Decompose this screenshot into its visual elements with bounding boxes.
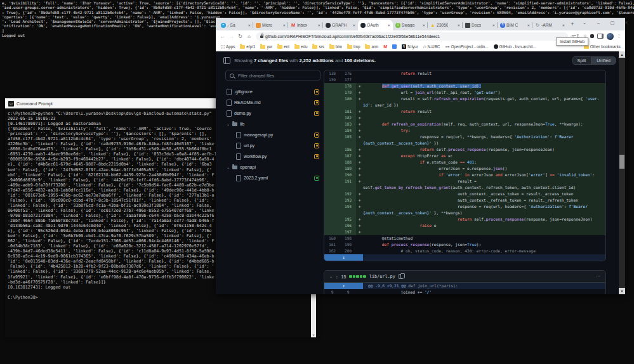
bookmark-item[interactable]: yur	[260, 44, 272, 49]
file-tree-item[interactable]: ⌄openapi	[225, 162, 320, 172]
bookmark-item[interactable]: edu	[294, 44, 308, 49]
diff-row: 180+ result = self.refresh_on_expiration…	[324, 96, 605, 108]
file-tree-item[interactable]: README.md	[225, 97, 320, 108]
browser-tab[interactable]: ▸♪Sa✕	[218, 20, 253, 30]
modified-badge-icon	[314, 154, 319, 159]
bookmark-item[interactable]	[392, 44, 397, 49]
chevron-down-icon[interactable]: ⌄	[227, 166, 230, 169]
file-tree-item[interactable]: managerapi.py	[225, 129, 320, 140]
expand-all-icon[interactable]: ↕	[336, 275, 338, 279]
home-icon: ⌂	[423, 44, 426, 49]
browser-tab[interactable]: GRAPH✕	[323, 20, 358, 30]
file-name[interactable]: lib/url.py	[369, 274, 395, 279]
github-favicon	[326, 23, 331, 28]
file-tree-toggle-icon[interactable]	[223, 57, 230, 64]
side-panel-icon[interactable]	[597, 34, 604, 39]
unified-view-button[interactable]: Unified	[591, 57, 616, 64]
bookmark-item[interactable]: ⌂N-UBC	[423, 44, 440, 49]
code-line: auth_context._refresh_token = result._re…	[363, 197, 605, 204]
tab-title: -ARM	[541, 23, 552, 27]
diff-row: 192+ auth_context._access_token = result…	[324, 191, 605, 197]
bookmark-item[interactable]: ⊶OpenProject - onlin...	[445, 44, 488, 49]
code-line: # ok, status_code, reason, 430: error-co…	[363, 248, 605, 254]
bookmark-item[interactable]: GitHub - bvn-archit...	[494, 44, 536, 49]
bookmark-item[interactable]: e/p/1	[240, 44, 255, 49]
copy-path-icon[interactable]	[399, 274, 403, 279]
tab-close-icon[interactable]: ✕	[492, 23, 495, 27]
file-tree-item[interactable]: ⌄lib	[225, 119, 320, 129]
diff-row: 182+	[324, 115, 605, 121]
browser-tab[interactable]: Micro✕	[253, 20, 288, 30]
browser-tab[interactable]: ▲23050✕	[428, 20, 463, 30]
scroll-down-icon[interactable]: ∨	[311, 333, 316, 337]
expand-diff-button[interactable]: ↓	[324, 254, 363, 261]
diff-row: ↕@@ -9,6 +9,21 @@ def join_url(*parts):	[324, 283, 605, 289]
bookmark-item[interactable]: M	[383, 44, 387, 49]
bookmark-item[interactable]: bim	[329, 44, 342, 49]
file-filter[interactable]	[225, 70, 320, 81]
browser-menu-icon[interactable]: ⋮	[617, 34, 621, 39]
profile-avatar[interactable]	[607, 33, 614, 40]
tab-close-icon[interactable]: ✕	[457, 23, 460, 27]
diff-row: 160198 @staticmethod	[324, 235, 605, 242]
file-tree-item[interactable]: 2023.2.yaml	[225, 172, 320, 183]
scroll-up-icon[interactable]: ▲	[619, 51, 625, 58]
install-app-button[interactable]	[571, 36, 573, 37]
tab-close-icon[interactable]: ✕	[387, 23, 390, 27]
tab-close-icon[interactable]: ✕	[352, 23, 355, 27]
extension-icon[interactable]	[590, 34, 594, 38]
address-bar[interactable]: github.com/GRAPHISOFT/bimcloud-api/commi…	[256, 32, 568, 41]
bookmark-item[interactable]: tmp	[347, 44, 360, 49]
new-tab-button[interactable]: +	[567, 21, 578, 27]
tab-close-icon[interactable]: ✕	[317, 23, 320, 27]
scrollbar-thumb[interactable]	[619, 155, 624, 169]
file-tree-item[interactable]: workflow.py	[225, 151, 320, 162]
home-button[interactable]: ⌂	[245, 34, 253, 39]
file-icon	[227, 89, 232, 95]
expand-diff-button[interactable]: ↕	[324, 283, 363, 289]
bookmark-item[interactable]: srs	[312, 44, 324, 49]
browser-tab[interactable]: BBIM C✕	[498, 20, 532, 30]
code-line: raise e	[363, 223, 605, 229]
drive-favicon: ▲	[430, 23, 435, 28]
split-view-button[interactable]: Split	[572, 57, 591, 64]
code-line: return result	[363, 108, 605, 115]
diff-row: 181+ return result	[324, 108, 605, 115]
bookmark-item[interactable]: NN.lyur	[402, 44, 418, 49]
scroll-down-icon[interactable]: ▼	[619, 288, 625, 294]
tab-audio-icon[interactable]: ♪	[227, 23, 229, 27]
file-filter-input[interactable]	[237, 73, 316, 79]
forward-button[interactable]: →	[227, 34, 235, 39]
browser-tab[interactable]: ↻-ARM✕	[532, 20, 567, 30]
file-tree-item[interactable]: .gitignore	[225, 86, 320, 97]
minimize-button[interactable]: –	[591, 18, 605, 28]
browser-tab[interactable]: MInbox✕	[288, 20, 323, 30]
file-tree: .gitignoreREADME.mddemo.py⌄libmanagerapi…	[225, 86, 320, 183]
bookmark-item[interactable]: ent	[277, 44, 289, 49]
browser-tab[interactable]: {}Swagg✕	[393, 20, 428, 30]
file-tree-item[interactable]: url.py	[225, 140, 320, 151]
bookmark-item[interactable]: Apps	[220, 44, 235, 49]
chevron-down-icon[interactable]: ⌄	[227, 122, 230, 126]
tab-close-icon[interactable]: ✕	[282, 23, 286, 27]
file-menu-icon[interactable]: ⋯	[596, 274, 600, 279]
other-bookmarks[interactable]: Other bookmarks	[584, 44, 621, 49]
file-tree-item[interactable]: demo.py	[225, 108, 320, 119]
reload-button[interactable]: ↻	[236, 34, 244, 39]
close-button[interactable]: ✕	[619, 18, 633, 28]
tab-search-icon[interactable]: ⌄	[578, 18, 591, 28]
diff-sign: +	[356, 89, 363, 96]
tab-close-icon[interactable]: ✕	[248, 23, 251, 27]
lock-icon[interactable]	[260, 36, 263, 38]
tab-close-icon[interactable]: ✕	[422, 23, 425, 27]
browser-tab[interactable]: OAuth✕	[358, 20, 393, 30]
maximize-button[interactable]: ▢	[605, 18, 619, 28]
back-button[interactable]: ←	[218, 34, 227, 39]
page-scrollbar[interactable]: ▲ ▼	[619, 51, 625, 294]
tab-close-icon[interactable]: ✕	[527, 23, 530, 27]
command-prompt-icon: C:\	[8, 101, 14, 107]
collapse-chevron-icon[interactable]: ⌄	[329, 275, 333, 278]
bookmark-item[interactable]: arm	[365, 44, 378, 49]
browser-tab[interactable]: Docs✕	[463, 20, 498, 30]
tab-close-icon[interactable]: ✕	[562, 23, 565, 27]
